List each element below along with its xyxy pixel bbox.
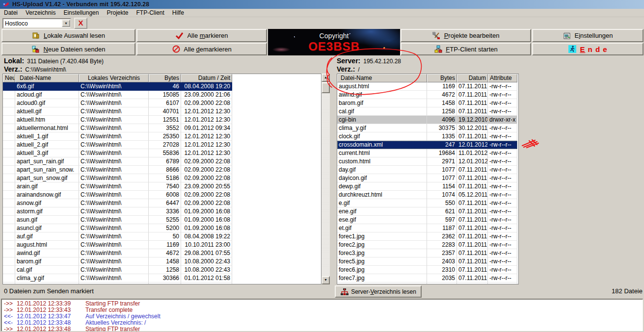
table-row[interactable]: aktuell.htmC:\\Wswin\html\1255112.01.201…: [3, 116, 232, 124]
server-files-table[interactable]: Datei-NameBytesDatumAttribute august.htm…: [337, 74, 519, 284]
table-row[interactable]: crossdomain.xml24712.01.2012-rw-r--r--: [337, 141, 517, 149]
table-row[interactable]: 6x6.gifC:\\Wswin\html\4608.04.2008 19:20: [3, 82, 232, 91]
read-local-button[interactable]: Lokale Auswahl lesen: [1, 29, 135, 42]
table-cell: [149, 282, 181, 284]
table-cell: acloud.gif: [15, 91, 79, 99]
column-header[interactable]: Attribute: [488, 74, 517, 82]
table-cell: cgi-bin: [337, 116, 427, 124]
table-row[interactable]: acloud.gifC:\\Wswin\html\1508523.09.2000…: [3, 91, 232, 99]
column-header[interactable]: Lokales Verzeichnis: [79, 74, 149, 82]
table-row[interactable]: apart_sun_snow.gifC:\\Wswin\html\518602.…: [3, 174, 232, 182]
table-row[interactable]: forec5.jpg240307.11.2011-rw-r--r--: [337, 257, 517, 266]
column-header[interactable]: Bytes: [149, 74, 181, 82]
menu-projekte[interactable]: Projekte: [103, 9, 132, 17]
table-row[interactable]: clima_y.gif3037530.12.2011-rw-r--r--: [337, 124, 517, 132]
read-server-dir-button[interactable]: Server-Verzeichnis lesen: [335, 285, 422, 298]
table-row[interactable]: custom.html297112.01.2012-rw-r--r--: [337, 157, 517, 166]
menu-ftp-client[interactable]: FTP-Client: [132, 9, 168, 17]
table-row[interactable]: aktuell_2.gifC:\\Wswin\html\2702812.01.2…: [3, 141, 232, 149]
profile-combobox[interactable]: Hostloco ▼: [2, 18, 71, 28]
menu-einstellungen[interactable]: Einstellungen: [59, 9, 103, 17]
local-table-scrollbar[interactable]: ▲ ▼: [322, 74, 330, 284]
table-row[interactable]: forec3.jpg235707.11.2011-rw-r--r--: [337, 249, 517, 257]
table-cell: 01.09.2000 16:08: [181, 207, 232, 216]
table-row[interactable]: barom.gif145807.11.2011-rw-r--r--: [337, 99, 517, 107]
table-cell: drwxr-xr-x: [488, 116, 517, 124]
table-row[interactable]: august.html116907.11.2011-rw-r--r--: [337, 82, 517, 91]
table-row[interactable]: et.gif118707.11.2011-rw-r--r--: [337, 224, 517, 232]
table-row[interactable]: awind.gifC:\\Wswin\html\467229.08.2001 0…: [3, 249, 232, 257]
table-row[interactable]: dewp.gif115407.11.2011-rw-r--r--: [337, 182, 517, 191]
scroll-down-icon[interactable]: ▼: [322, 276, 330, 284]
start-ftp-client-button[interactable]: FTP-Client starten: [401, 43, 531, 55]
table-row[interactable]: cal.gifC:\\Wswin\html\125810.08.2000 22:…: [3, 266, 232, 274]
send-new-files-button[interactable]: Neue Dateien senden: [1, 43, 135, 55]
mark-all-button[interactable]: Alle markieren: [136, 29, 267, 42]
column-header[interactable]: Bytes: [427, 74, 457, 82]
table-cell: custom.html: [337, 157, 427, 166]
menu-verzeichnis[interactable]: Verzeichnis: [22, 9, 59, 17]
column-header[interactable]: Datei-Name: [15, 74, 79, 82]
edit-projects-button[interactable]: Projekte bearbeiten: [401, 29, 531, 42]
table-row[interactable]: cal.gif125807.11.2011-rw-r--r--: [337, 107, 517, 116]
table-row[interactable]: aktuellermonat.htmlC:\\Wswin\html\355209…: [3, 124, 232, 132]
transfer-log[interactable]: ->>12.01.2012 12:33:39Starting FTP trans…: [1, 299, 643, 331]
table-row[interactable]: aktuell.gifC:\\Wswin\html\4070112.01.201…: [3, 107, 232, 116]
table-row[interactable]: day.gif107707.11.2011-rw-r--r--: [337, 166, 517, 174]
table-cell: 4672: [149, 249, 181, 257]
table-row[interactable]: barom.gifC:\\Wswin\html\145810.08.2000 2…: [3, 257, 232, 266]
column-header[interactable]: Datei-Name: [337, 74, 427, 82]
table-row[interactable]: forec7.jpg203507.11.2011-rw-r--r--: [337, 274, 517, 282]
table-cell: 2283: [427, 241, 457, 249]
table-cell: [3, 141, 15, 149]
table-row[interactable]: clock.gif133507.11.2011-rw-r--r--: [337, 132, 517, 141]
table-row[interactable]: apart_sun_rain.gifC:\\Wswin\html\678902.…: [3, 157, 232, 166]
local-files-table[interactable]: NeuDatei-NameLokales VerzeichnisBytesDat…: [2, 74, 322, 284]
scroll-up-icon[interactable]: ▲: [322, 74, 330, 82]
scrollbar-thumb[interactable]: [322, 82, 330, 93]
table-row[interactable]: asuncl.gifC:\\Wswin\html\520001.09.2000 …: [3, 224, 232, 232]
end-button[interactable]: E n d e: [532, 43, 644, 55]
table-row[interactable]: forec2.jpg228307.11.2011-rw-r--r--: [337, 241, 517, 249]
table-row[interactable]: auf.gifC:\\Wswin\html\5008.04.2008 19:22: [3, 232, 232, 241]
table-row[interactable]: apart_sun_rain_snow.C:\\Wswin\html\86660…: [3, 166, 232, 174]
table-row[interactable]: astorm.gifC:\\Wswin\html\333601.09.2000 …: [3, 207, 232, 216]
table-row[interactable]: asun.gifC:\\Wswin\html\525501.09.2000 16…: [3, 216, 232, 224]
table-row[interactable]: arain.gifC:\\Wswin\html\754023.09.2000 2…: [3, 182, 232, 191]
column-header[interactable]: Datum: [457, 74, 488, 82]
table-cell: C:\\Wswin\html\: [79, 274, 149, 282]
table-row[interactable]: ese.gif59707.11.2011-rw-r--r--: [337, 216, 517, 224]
table-cell: C:\\Wswin\html\: [79, 241, 149, 249]
menu-datei[interactable]: Datei: [0, 9, 22, 17]
table-row[interactable]: clock.gifC:\\Wswin\html\: [3, 282, 232, 284]
chevron-down-icon[interactable]: ▼: [62, 20, 70, 27]
table-cell: -rw-r--r--: [488, 224, 517, 232]
table-cell: -rw-r--r--: [488, 207, 517, 216]
table-cell: 07.11.2011: [457, 182, 488, 191]
table-cell: C:\\Wswin\html\: [79, 232, 149, 241]
unmark-all-button[interactable]: Alle demarkieren: [136, 43, 267, 55]
settings-button[interactable]: Einstellungen: [532, 29, 644, 42]
table-row[interactable]: august.htmlC:\\Wswin\html\116910.10.2011…: [3, 241, 232, 249]
table-row[interactable]: aktuell_3.gifC:\\Wswin\html\5583612.01.2…: [3, 149, 232, 157]
table-row[interactable]: acloud0.gifC:\\Wswin\html\610702.09.2000…: [3, 99, 232, 107]
table-row[interactable]: durchkreuzt.html107405.12.2011-rw-r--r--: [337, 191, 517, 199]
table-row[interactable]: awind.gif467207.11.2011-rw-r--r--: [337, 91, 517, 99]
table-row[interactable]: e.gif55007.11.2011-rw-r--r--: [337, 199, 517, 207]
table-row[interactable]: forec6.jpg231007.11.2011-rw-r--r--: [337, 266, 517, 274]
table-row[interactable]: cgi-bin409619.12.2010drwxr-xr-x: [337, 116, 517, 124]
table-row[interactable]: forec1.jpg236207.11.2011-rw-r--r--: [337, 232, 517, 241]
table-row[interactable]: ene.gif62107.11.2011-rw-r--r--: [337, 207, 517, 216]
table-row[interactable]: asnow.gifC:\\Wswin\html\644702.09.2000 2…: [3, 199, 232, 207]
table-row[interactable]: current.html1968411.01.2012-rw-r--r--: [337, 149, 517, 157]
delete-profile-button[interactable]: X: [74, 18, 87, 29]
table-row[interactable]: forec8.jpg: [337, 282, 517, 284]
table-row[interactable]: clima_y.gifC:\\Wswin\html\3036601.01.201…: [3, 274, 232, 282]
table-row[interactable]: arainandsnow.gifC:\\Wswin\html\600802.09…: [3, 191, 232, 199]
column-header[interactable]: Datum / Zeit: [181, 74, 232, 82]
table-row[interactable]: aktuell_1.gifC:\\Wswin\html\2535012.01.2…: [3, 132, 232, 141]
menu-hilfe[interactable]: Hilfe: [168, 9, 188, 17]
table-cell: 07.11.2011: [457, 166, 488, 174]
table-row[interactable]: dayicon.gif107707.11.2011-rw-r--r--: [337, 174, 517, 182]
column-header[interactable]: Neu: [3, 74, 15, 82]
